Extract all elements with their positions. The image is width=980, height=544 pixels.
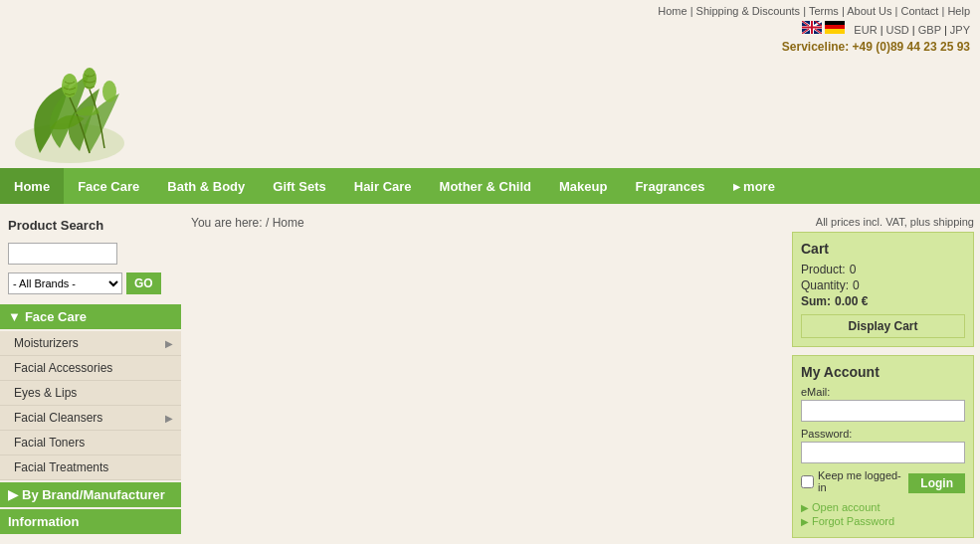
currency-jpy-link[interactable]: JPY [950, 24, 970, 36]
cart-quantity-row: Quantity: 0 [801, 278, 965, 292]
nav-gift-sets[interactable]: Gift Sets [259, 168, 339, 204]
moisturizers-arrow-icon: ▶ [165, 338, 173, 349]
uk-flag-svg [802, 21, 822, 34]
service-label: Serviceline: [782, 40, 849, 54]
all-prices-note: All prices incl. VAT, plus shipping [792, 212, 974, 232]
information-label: Information [8, 514, 80, 529]
keep-me-label: Keep me logged-in [818, 469, 902, 493]
topbar-about-link[interactable]: About Us [847, 5, 891, 17]
breadcrumb-home-link[interactable]: Home [273, 216, 304, 230]
face-care-arrow-icon: ▼ [8, 309, 21, 324]
open-account-label: Open account [812, 501, 881, 513]
right-panel: All prices incl. VAT, plus shipping Cart… [786, 204, 980, 544]
facial-treatments-label: Facial Treatments [14, 460, 108, 474]
currency-usd-link[interactable]: USD [886, 24, 909, 36]
cart-box: Cart Product: 0 Quantity: 0 Sum: 0.00 € … [792, 232, 974, 347]
flags-area [802, 21, 845, 34]
email-input[interactable] [801, 400, 965, 422]
email-label: eMail: [801, 386, 965, 398]
nav-more-label: ▸ more [733, 179, 775, 194]
cart-sum-value: 0.00 € [835, 294, 868, 308]
password-label: Password: [801, 428, 965, 440]
topbar-contact-link[interactable]: Contact [900, 5, 938, 17]
information-category[interactable]: Information [0, 509, 181, 534]
facial-toners-label: Facial Toners [14, 436, 85, 450]
svg-rect-6 [802, 27, 822, 29]
sidebar-item-moisturizers[interactable]: Moisturizers ▶ [0, 331, 181, 356]
sidebar-item-facial-toners[interactable]: Facial Toners [0, 431, 181, 455]
svg-point-14 [102, 81, 116, 102]
facial-cleansers-arrow-icon: ▶ [165, 413, 173, 424]
topbar-home-link[interactable]: Home [658, 5, 686, 17]
keep-me-row: Keep me logged-in [801, 469, 902, 493]
nav-bath-body[interactable]: Bath & Body [153, 168, 259, 204]
cart-product-row: Product: 0 [801, 263, 965, 276]
cart-product-value: 0 [850, 263, 857, 276]
forgot-password-arrow-icon: ▶ [801, 516, 809, 527]
face-care-label: Face Care [25, 309, 87, 324]
password-input[interactable] [801, 442, 965, 463]
nav-fragrances[interactable]: Fragrances [621, 168, 718, 204]
brand-select[interactable]: - All Brands - [8, 272, 122, 294]
sidebar-item-facial-treatments[interactable]: Facial Treatments [0, 455, 181, 480]
sidebar-item-facial-accessories[interactable]: Facial Accessories [0, 356, 181, 381]
login-row: Keep me logged-in Login [801, 469, 965, 497]
topbar-terms-link[interactable]: Terms [809, 5, 839, 17]
header [0, 59, 980, 168]
flag-uk-icon [802, 21, 822, 34]
search-box [0, 239, 181, 269]
moisturizers-label: Moisturizers [14, 336, 79, 350]
cart-sum-row: Sum: 0.00 € [801, 294, 965, 308]
breadcrumb-text: You are here: / [191, 216, 273, 230]
sidebar-item-facial-cleansers[interactable]: Facial Cleansers ▶ [0, 406, 181, 431]
cart-quantity-value: 0 [853, 278, 860, 292]
forgot-password-link[interactable]: ▶ Forgot Password [801, 515, 965, 527]
by-brand-category[interactable]: ▶ By Brand/Manufacturer [0, 482, 181, 507]
nav-more[interactable]: ▸ more [719, 168, 789, 204]
my-account-box: My Account eMail: Password: Keep me logg… [792, 355, 974, 538]
logo-area [10, 64, 169, 163]
cart-sum-label: Sum: [801, 294, 831, 308]
service-phone: +49 (0)89 44 23 25 93 [853, 40, 970, 54]
display-cart-button[interactable]: Display Cart [801, 314, 965, 338]
currency-eur-link[interactable]: EUR [854, 24, 877, 36]
topbar-shipping-link[interactable]: Shipping & Discounts [696, 5, 801, 17]
nav-mother-child[interactable]: Mother & Child [426, 168, 545, 204]
flag-de-icon [825, 21, 845, 34]
cart-title: Cart [801, 241, 965, 257]
facial-accessories-label: Facial Accessories [14, 361, 112, 375]
logo-svg [10, 64, 169, 163]
by-brand-label: By Brand/Manufacturer [22, 487, 165, 502]
search-input[interactable] [8, 243, 117, 265]
nav-makeup[interactable]: Makeup [545, 168, 621, 204]
forgot-password-label: Forgot Password [812, 515, 894, 527]
brand-select-row: - All Brands - GO [0, 269, 181, 298]
main-content: You are here: / Home [181, 204, 786, 544]
nav-face-care[interactable]: Face Care [64, 168, 153, 204]
cart-product-label: Product: [801, 263, 846, 276]
svg-point-13 [83, 68, 97, 90]
currency-gbp-link[interactable]: GBP [918, 24, 941, 36]
open-account-arrow-icon: ▶ [801, 502, 809, 513]
topbar-help-link[interactable]: Help [947, 5, 970, 17]
service-line: Serviceline: +49 (0)89 44 23 25 93 [0, 38, 980, 59]
nav-hair-care[interactable]: Hair Care [340, 168, 426, 204]
facial-cleansers-label: Facial Cleansers [14, 411, 102, 425]
breadcrumb: You are here: / Home [191, 212, 776, 234]
cart-quantity-label: Quantity: [801, 278, 849, 292]
login-button[interactable]: Login [908, 473, 965, 493]
keep-me-checkbox[interactable] [801, 475, 814, 488]
sidebar-item-eyes-lips[interactable]: Eyes & Lips [0, 381, 181, 406]
svg-point-12 [62, 74, 78, 97]
currency-bar: EUR | USD | GBP | JPY [0, 19, 980, 38]
my-account-title: My Account [801, 364, 965, 380]
nav-home[interactable]: Home [0, 168, 64, 204]
face-care-category[interactable]: ▼ Face Care [0, 304, 181, 329]
top-bar: Home | Shipping & Discounts | Terms | Ab… [0, 0, 980, 19]
main-layout: Product Search - All Brands - GO ▼ Face … [0, 204, 980, 544]
by-brand-arrow-icon: ▶ [8, 487, 18, 502]
sidebar: Product Search - All Brands - GO ▼ Face … [0, 204, 181, 544]
eyes-lips-label: Eyes & Lips [14, 386, 77, 400]
open-account-link[interactable]: ▶ Open account [801, 501, 965, 513]
go-button[interactable]: GO [126, 272, 161, 294]
